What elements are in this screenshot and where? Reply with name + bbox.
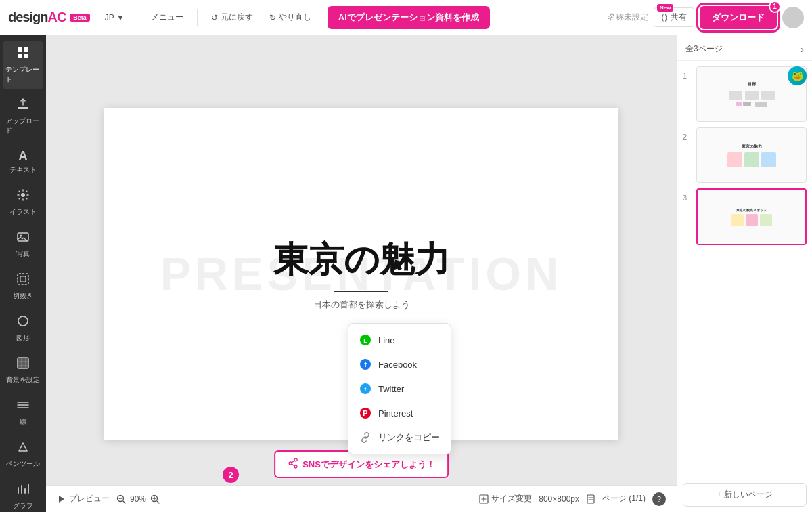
panel-title: 全3ページ	[685, 43, 723, 55]
svg-rect-33	[587, 495, 594, 503]
share-design-label: SNSでデザインをシェアしよう！	[302, 458, 435, 471]
svg-rect-8	[18, 274, 28, 284]
svg-text:P: P	[363, 409, 367, 417]
svg-rect-2	[18, 54, 22, 58]
sidebar-item-text[interactable]: A テキスト	[3, 144, 43, 180]
page-num-2: 2	[683, 133, 691, 141]
ai-button[interactable]: AIでプレゼンテーション資料を作成	[328, 6, 490, 29]
sidebar-item-line[interactable]: 線	[3, 393, 43, 432]
logo-area: designAC Beta	[8, 9, 90, 25]
svg-rect-6	[18, 233, 28, 241]
pentool-icon	[16, 440, 30, 457]
menu-button[interactable]: メニュー	[145, 8, 189, 26]
lang-selector[interactable]: JP ▼	[101, 10, 129, 25]
preview-label: プレビュー	[69, 493, 110, 505]
cutout-icon	[16, 272, 30, 289]
sidebar-item-label: 背景を設定	[6, 375, 40, 385]
size-change-label: サイズ変更	[491, 493, 532, 505]
right-panel: 全3ページ › 🐸 1 首都	[677, 35, 812, 512]
redo-label: やり直し	[279, 12, 311, 23]
sidebar-item-template[interactable]: テンプレート	[3, 41, 43, 89]
redo-icon: ↻	[269, 13, 276, 22]
svg-text:t: t	[365, 386, 367, 393]
svg-point-7	[20, 235, 22, 237]
sns-item-copy-link[interactable]: リンクをコピー	[348, 425, 451, 450]
zoom-out-icon[interactable]	[116, 494, 126, 504]
preview-button[interactable]: プレビュー	[57, 493, 110, 505]
zoom-in-icon[interactable]	[150, 494, 160, 504]
share-design-button[interactable]: SNSでデザインをシェアしよう！	[274, 450, 449, 478]
divider-2	[197, 9, 198, 26]
upload-icon	[16, 98, 30, 114]
chart-icon	[16, 482, 30, 499]
undo-button[interactable]: ↺ 元に戻す	[206, 8, 258, 26]
bottom-right: サイズ変更 800×800px ページ (1/1) ?	[479, 492, 666, 506]
gawr-icon[interactable]: 🐸	[788, 66, 807, 85]
pinterest-icon: P	[359, 407, 371, 419]
page-thumb-3[interactable]: 3 東京の観光スポット	[683, 188, 807, 245]
canvas-area: PRESENTATION 東京の魅力 日本の首都を探索しよう L Line f …	[46, 35, 677, 512]
zoom-value: 90%	[130, 494, 146, 504]
sns-item-label: Pinterest	[378, 408, 413, 419]
sns-item-pinterest[interactable]: P Pinterest	[348, 401, 451, 425]
share-button[interactable]: New ⟨⟩ 共有	[654, 7, 694, 27]
sidebar-item-upload[interactable]: アップロード	[3, 92, 43, 141]
twitter-icon: t	[359, 383, 371, 395]
panel-collapse-button[interactable]: ›	[800, 44, 804, 55]
redo-button[interactable]: ↻ やり直し	[264, 8, 317, 26]
help-button[interactable]: ?	[652, 492, 666, 506]
sidebar-item-cutout[interactable]: 切抜き	[3, 267, 43, 306]
svg-text:L: L	[363, 337, 367, 344]
svg-rect-9	[20, 276, 26, 282]
sidebar: テンプレート アップロード A テキスト イラスト 写真	[0, 35, 46, 512]
sns-item-twitter[interactable]: t Twitter	[348, 377, 451, 401]
shape-icon	[16, 314, 30, 331]
svg-rect-0	[18, 47, 22, 52]
download-button[interactable]: ダウンロード	[700, 6, 777, 29]
page-thumb-2[interactable]: 2 東京の魅力	[683, 127, 807, 183]
line-icon	[16, 398, 30, 415]
undo-icon: ↺	[211, 13, 218, 22]
sidebar-item-label: 線	[20, 417, 26, 427]
share-icon: ⟨⟩	[661, 13, 668, 22]
avatar[interactable]	[782, 7, 804, 28]
size-icon	[479, 494, 489, 504]
page-num-1: 1	[683, 72, 691, 80]
thumb-image-2[interactable]: 東京の魅力	[696, 127, 807, 183]
name-setting[interactable]: 名称未設定	[608, 12, 648, 23]
svg-point-26	[294, 458, 297, 461]
facebook-icon: f	[359, 358, 371, 370]
svg-point-10	[18, 316, 28, 326]
canvas-bottom-bar: プレビュー 90% サイズ変更 800×800px ページ (1/1) ?	[46, 485, 677, 512]
sns-item-facebook[interactable]: f Facebook	[348, 352, 451, 377]
size-change-button[interactable]: サイズ変更	[479, 493, 532, 505]
sns-item-label: Twitter	[378, 384, 404, 394]
sidebar-item-illust[interactable]: イラスト	[3, 183, 43, 222]
sidebar-item-pentool[interactable]: ペンツール	[3, 435, 43, 474]
illust-icon	[16, 188, 30, 205]
sidebar-item-chart[interactable]: グラフ	[3, 477, 43, 512]
sidebar-item-label: テンプレート	[5, 65, 41, 84]
topbar-right: 名称未設定 New ⟨⟩ 共有 ダウンロード 1	[608, 6, 804, 29]
svg-rect-3	[24, 54, 28, 58]
add-page-button[interactable]: + 新しいページ	[683, 483, 807, 507]
thumb-image-3[interactable]: 東京の観光スポット	[696, 188, 807, 245]
photo-icon	[16, 230, 30, 247]
sidebar-item-photo[interactable]: 写真	[3, 225, 43, 264]
svg-point-27	[294, 465, 297, 468]
sns-item-label: リンクをコピー	[378, 431, 440, 444]
sidebar-item-label: グラフ	[13, 501, 33, 511]
sidebar-item-shape[interactable]: 図形	[3, 309, 43, 348]
lang-label: JP	[105, 13, 114, 22]
svg-marker-29	[59, 496, 64, 503]
sidebar-item-background[interactable]: 背景を設定	[3, 351, 43, 390]
sns-item-label: Line	[378, 335, 395, 345]
share-design-icon	[288, 458, 298, 471]
panel-header: 全3ページ ›	[677, 35, 812, 61]
canvas-title[interactable]: 東京の魅力	[273, 236, 450, 284]
sidebar-item-label: テキスト	[9, 165, 37, 175]
sns-item-line[interactable]: L Line	[348, 328, 451, 352]
background-icon	[16, 356, 30, 373]
template-icon	[16, 46, 30, 63]
panel-pages: 1 首都	[677, 61, 812, 477]
